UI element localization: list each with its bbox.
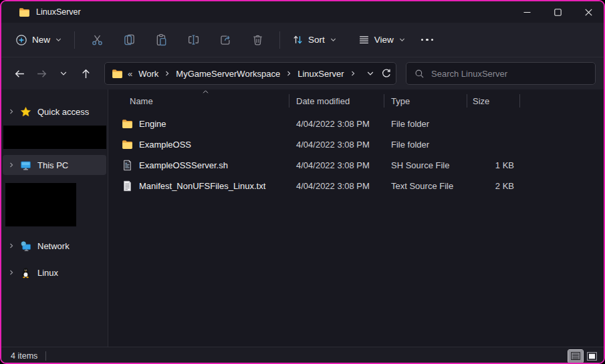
window-title: LinuxServer	[36, 7, 81, 17]
column-header-size[interactable]: Size	[467, 91, 520, 111]
copy-button[interactable]	[115, 29, 143, 51]
shell-script-file-icon	[122, 160, 133, 171]
close-button[interactable]	[573, 1, 604, 23]
column-header-type[interactable]: Type	[384, 91, 467, 111]
large-icons-view-button[interactable]	[584, 350, 599, 363]
status-bar: 4 items	[1, 347, 604, 364]
file-type: SH Source File	[384, 160, 467, 170]
back-arrow-icon	[14, 68, 25, 79]
folder-icon	[122, 139, 133, 150]
view-button-label: View	[374, 35, 394, 45]
new-plus-icon	[15, 34, 27, 46]
chevron-right-icon[interactable]	[3, 242, 20, 250]
monitor-icon	[20, 160, 31, 171]
table-row[interactable]: Manifest_NonUFSFiles_Linux.txt 4/04/2022…	[108, 176, 604, 196]
toolbar-separator	[74, 31, 75, 49]
address-bar[interactable]: « Work MyGameServerWorkspace LinuxServer	[104, 62, 396, 85]
search-box[interactable]	[406, 62, 596, 85]
recent-locations-button[interactable]	[53, 63, 74, 83]
table-row[interactable]: ExampleOSS 4/04/2022 3:08 PM File folder	[108, 134, 604, 155]
file-name: ExampleOSS	[139, 140, 191, 150]
view-button[interactable]: View	[352, 29, 412, 50]
chevron-right-icon[interactable]	[162, 69, 172, 77]
sort-button[interactable]: Sort	[286, 29, 343, 50]
maximize-button[interactable]	[542, 1, 573, 23]
close-icon	[585, 9, 592, 16]
sidebar-item-linux[interactable]: Linux	[3, 262, 106, 283]
back-button[interactable]	[9, 63, 29, 83]
delete-button[interactable]	[243, 29, 271, 51]
file-name: ExampleOSSServer.sh	[139, 160, 228, 170]
column-separator[interactable]	[519, 94, 520, 108]
large-icons-view-icon	[587, 352, 597, 361]
see-more-icon	[426, 39, 429, 41]
chevron-down-icon	[398, 36, 406, 43]
share-icon	[219, 33, 232, 46]
redacted-region	[3, 126, 106, 149]
minimize-icon	[523, 9, 531, 16]
sort-button-label: Sort	[308, 35, 325, 45]
file-type: File folder	[384, 119, 467, 129]
details-view-button[interactable]	[568, 350, 583, 363]
forward-button[interactable]	[31, 63, 51, 83]
title-bar: LinuxServer	[1, 1, 604, 23]
folder-icon	[19, 7, 30, 18]
file-type: File folder	[384, 140, 467, 150]
new-button[interactable]: New	[9, 29, 68, 51]
column-header-date-modified[interactable]: Date modified	[289, 91, 384, 111]
breadcrumb-work[interactable]: Work	[135, 67, 162, 81]
breadcrumb-linuxserver[interactable]: LinuxServer	[294, 67, 347, 81]
file-name: Engine	[139, 119, 166, 129]
chevron-right-icon[interactable]	[283, 69, 294, 77]
breadcrumb-overflow[interactable]: «	[123, 69, 135, 79]
file-date-modified: 4/04/2022 3:08 PM	[289, 140, 384, 150]
file-list-pane: Name Date modified Type Size	[108, 89, 604, 347]
table-row[interactable]: ExampleOSSServer.sh 4/04/2022 3:08 PM SH…	[108, 155, 604, 176]
redacted-region	[5, 183, 76, 226]
sidebar-item-quick-access[interactable]: Quick access	[3, 102, 106, 122]
navigation-pane: Quick access This PC	[1, 89, 108, 347]
sidebar-item-this-pc[interactable]: This PC	[3, 155, 106, 175]
see-more-icon	[421, 39, 424, 41]
delete-icon	[251, 33, 264, 46]
file-date-modified: 4/04/2022 3:08 PM	[289, 181, 384, 191]
chevron-right-icon[interactable]	[3, 161, 20, 169]
penguin-icon	[20, 267, 31, 279]
new-button-label: New	[32, 35, 50, 45]
cut-button[interactable]	[83, 29, 111, 51]
chevron-down-icon	[330, 36, 337, 43]
chevron-right-icon[interactable]	[3, 268, 20, 277]
sidebar-item-network[interactable]: Network	[3, 236, 106, 256]
search-icon	[414, 69, 425, 79]
navigation-bar: « Work MyGameServerWorkspace LinuxServer	[1, 57, 604, 89]
share-button[interactable]	[211, 29, 239, 51]
search-input[interactable]	[431, 69, 588, 79]
see-more-button[interactable]	[412, 39, 443, 41]
chevron-right-icon[interactable]	[3, 108, 20, 116]
text-file-icon	[122, 180, 133, 192]
toolbar-separator	[279, 31, 280, 49]
chevron-down-icon	[59, 69, 68, 77]
column-header-name[interactable]: Name	[108, 91, 289, 111]
file-date-modified: 4/04/2022 3:08 PM	[289, 160, 384, 170]
sidebar-item-label: This PC	[37, 160, 68, 170]
minimize-button[interactable]	[511, 1, 542, 23]
sidebar-item-label: Network	[37, 241, 70, 251]
up-button[interactable]	[76, 63, 96, 83]
copy-icon	[123, 33, 136, 46]
view-icon	[358, 34, 370, 45]
folder-icon	[112, 68, 123, 79]
rename-button[interactable]	[179, 29, 207, 51]
breadcrumb-workspace[interactable]: MyGameServerWorkspace	[172, 67, 283, 81]
maximize-icon	[554, 9, 562, 16]
table-row[interactable]: Engine 4/04/2022 3:08 PM File folder	[108, 114, 604, 134]
status-divider	[45, 351, 46, 361]
paste-icon	[155, 33, 168, 46]
cut-icon	[91, 33, 104, 46]
see-more-icon	[431, 39, 434, 41]
address-dropdown-icon[interactable]	[366, 69, 374, 77]
refresh-icon[interactable]	[381, 68, 392, 79]
paste-button[interactable]	[147, 29, 175, 51]
chevron-right-icon[interactable]	[348, 69, 358, 77]
file-rows: Engine 4/04/2022 3:08 PM File folder Exa…	[108, 114, 604, 196]
